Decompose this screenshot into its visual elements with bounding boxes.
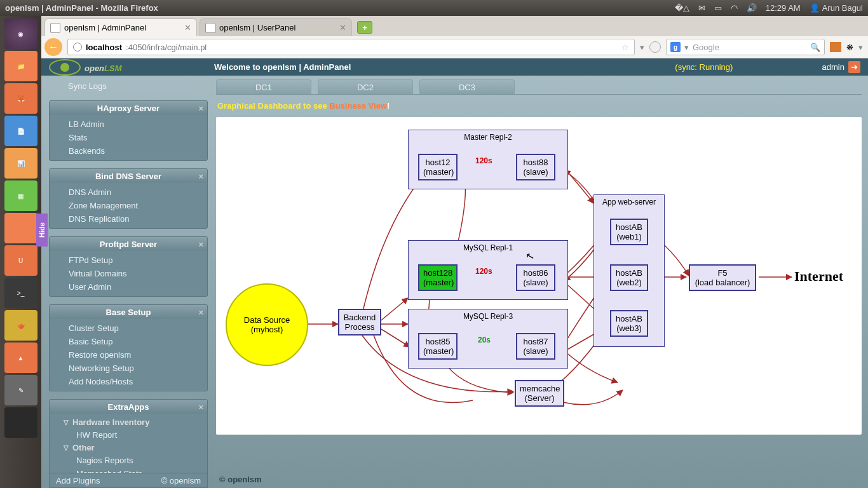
node-backend[interactable]: BackendProcess [338, 309, 381, 336]
browser-toolbar: ← localhost:4050/infra/cgi/main.pl ☆ ▾ g… [0, 36, 868, 58]
sync-status: (sync: Running) [675, 62, 733, 72]
close-tab-icon[interactable]: ✕ [184, 23, 191, 32]
sidebar-item[interactable]: HW Report [50, 428, 207, 442]
tree-group-hardware[interactable]: Hardware Inventory [50, 416, 207, 428]
app-icon[interactable]: 🫖 [4, 310, 37, 341]
sidebar: Sync Logs HAproxy Server× LB Admin Stats… [49, 79, 208, 488]
terminal-icon[interactable]: >_ [4, 278, 37, 308]
add-plugins-link[interactable]: Add Plugins [56, 476, 100, 485]
sidebar-item[interactable]: Cluster Setup [50, 322, 207, 335]
node-host128[interactable]: host128(master) [418, 264, 458, 291]
collapse-icon[interactable]: × [198, 172, 203, 181]
collapse-icon[interactable]: × [198, 308, 203, 317]
url-host: localhost [86, 43, 122, 52]
sidebar-item[interactable]: Zone Management [50, 199, 207, 212]
mail-icon[interactable]: ✉ [698, 3, 705, 13]
panel-header[interactable]: Bind DNS Server× [50, 169, 207, 183]
app-header: openLSM Welcome to openlsm | AdminPanel … [41, 58, 868, 76]
sidebar-item[interactable]: Basic Setup [50, 335, 207, 348]
panel-bind: Bind DNS Server× DNS Admin Zone Manageme… [49, 168, 208, 229]
panel-header[interactable]: HAproxy Server× [50, 101, 207, 115]
sidebar-item[interactable]: Stats [50, 131, 207, 144]
sidebar-item[interactable]: User Admin [50, 280, 207, 294]
node-host86[interactable]: host86(slave) [516, 264, 555, 291]
sidebar-item[interactable]: Networking Setup [50, 362, 207, 375]
collapse-icon[interactable]: × [198, 104, 203, 113]
tab-dc3[interactable]: DC3 [419, 79, 515, 94]
dropdown-icon[interactable]: ▾ [640, 43, 644, 52]
sidebar-item[interactable]: LB Admin [50, 118, 207, 131]
bookmark-icon[interactable]: ☆ [621, 43, 629, 52]
dashboard-label: Graphical Dashboard to see Business View… [217, 101, 862, 111]
node-web3[interactable]: hostAB(web3) [610, 310, 648, 337]
firefox-icon[interactable]: 🦊 [4, 83, 37, 114]
volume-icon[interactable]: 🔊 [747, 3, 757, 13]
dash-icon[interactable]: ◉ [4, 18, 37, 49]
sidebar-item[interactable]: Backends [50, 144, 207, 158]
tab-dc1[interactable]: DC1 [216, 79, 311, 94]
hide-sidebar-button[interactable]: Hide [36, 214, 48, 247]
browser-tab-inactive[interactable]: openlsm | UserPanel ✕ [200, 18, 352, 36]
new-tab-button[interactable]: + [357, 21, 372, 34]
search-go-icon[interactable]: 🔍 [810, 43, 820, 52]
sidebar-item[interactable]: Nagios Reports [50, 454, 207, 467]
vlc-tray-icon[interactable]: �△ [675, 3, 689, 13]
app-icon[interactable] [4, 407, 37, 438]
impress-icon[interactable]: 📊 [4, 148, 37, 179]
node-f5[interactable]: F5(load balancer) [689, 264, 756, 291]
panel-header[interactable]: Proftpd Server× [50, 237, 207, 251]
node-web1[interactable]: hostAB(web1) [610, 219, 648, 245]
writer-icon[interactable]: 📄 [4, 116, 37, 146]
search-placeholder: Google [693, 43, 719, 52]
delay-mysql1: 120s [475, 267, 492, 276]
system-tray: �△ ✉ ▭ ◠ 🔊 12:29 AM 👤 Arun Bagul [675, 3, 863, 13]
node-host88[interactable]: host88(slave) [516, 154, 555, 180]
delay-master2: 120s [475, 156, 492, 165]
sidebar-item-synclogs[interactable]: Sync Logs [49, 79, 208, 93]
calc-icon[interactable]: ▦ [4, 180, 37, 211]
sidebar-item[interactable]: Virtual Domains [50, 267, 207, 280]
tab-dc2[interactable]: DC2 [318, 79, 413, 94]
node-host85[interactable]: host85(master) [418, 333, 458, 360]
sidebar-item[interactable]: DNS Replication [50, 212, 207, 226]
files-icon[interactable]: 📁 [4, 51, 37, 81]
back-button[interactable]: ← [44, 38, 62, 56]
node-datasource[interactable]: Data Source(myhost) [226, 283, 308, 366]
sidebar-item[interactable]: FTPd Setup [50, 254, 207, 267]
browser-tab-active[interactable]: openlsm | AdminPanel ✕ [44, 18, 197, 36]
user-menu[interactable]: 👤 Arun Bagul [810, 3, 863, 13]
addon-icon[interactable]: ❋ [846, 43, 853, 52]
collapse-icon[interactable]: × [198, 240, 203, 249]
tree-group-other[interactable]: Other [50, 442, 207, 454]
sidebar-item[interactable]: Add Nodes/Hosts [50, 375, 207, 388]
vlc-icon[interactable]: ▲ [4, 342, 37, 373]
battery-icon[interactable]: ▭ [714, 3, 722, 13]
app-icon[interactable] [4, 213, 37, 243]
home-button[interactable] [830, 42, 841, 52]
panel-base: Base Setup× Cluster Setup Basic Setup Re… [49, 304, 208, 391]
logout-icon: ➜ [848, 61, 860, 73]
menu-icon[interactable]: ▾ [858, 43, 863, 52]
close-tab-icon[interactable]: ✕ [339, 23, 346, 32]
favicon-icon [50, 23, 60, 33]
search-input[interactable]: g ▾ Google 🔍 [666, 39, 825, 55]
panel-haproxy: HAproxy Server× LB Admin Stats Backends [49, 100, 208, 161]
page-footer: © openlsm [219, 475, 262, 484]
sidebar-item[interactable]: Restore openlsm [50, 348, 207, 362]
node-web2[interactable]: hostAB(web2) [610, 264, 648, 291]
node-host12[interactable]: host12(master) [418, 154, 458, 180]
url-input[interactable]: localhost:4050/infra/cgi/main.pl ☆ [67, 39, 635, 55]
sidebar-item[interactable]: DNS Admin [50, 186, 207, 199]
node-memcache[interactable]: memcache(Server) [515, 380, 564, 407]
node-host87[interactable]: host87(slave) [516, 333, 555, 360]
wifi-icon[interactable]: ◠ [731, 3, 738, 13]
reload-button[interactable] [649, 41, 661, 53]
clock[interactable]: 12:29 AM [766, 3, 801, 13]
editor-icon[interactable]: ✎ [4, 375, 37, 405]
collapse-icon[interactable]: × [198, 402, 203, 412]
logo[interactable]: openLSM [49, 59, 214, 76]
panel-header[interactable]: ExtraApps× [50, 400, 207, 414]
user-area[interactable]: admin➜ [822, 61, 860, 73]
panel-header[interactable]: Base Setup× [50, 305, 207, 319]
software-center-icon[interactable]: U [4, 245, 37, 276]
